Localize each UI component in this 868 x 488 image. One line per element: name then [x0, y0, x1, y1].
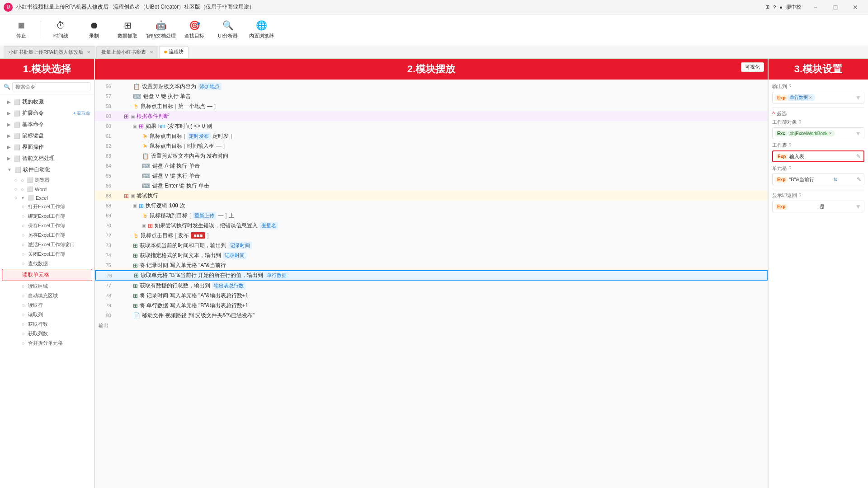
workbook-help-icon[interactable]: ? — [799, 120, 802, 125]
tree-item-activate-excel[interactable]: 激活Excel工作簿窗口 — [0, 240, 94, 249]
code-line-63[interactable]: 63 📋 设置剪贴板文本内容为 发布时间 — [95, 151, 768, 161]
tree-item-ui[interactable]: ▶ ⬜ 界面操作 — [0, 141, 94, 153]
ui-analyzer-button[interactable]: 🔍 UI分析器 — [212, 17, 244, 43]
tree-item-autofill[interactable]: 自动填充区域 — [0, 291, 94, 300]
collapse-button-60[interactable]: ▣ — [131, 114, 135, 119]
tree-item-read-cell[interactable]: 读取单元格 — [2, 269, 92, 281]
code-line-66[interactable]: 66 ⌨ 键盘 Enter 键 执行 单击 — [95, 181, 768, 191]
tree-item-smart-doc[interactable]: ▶ ⬜ 智能文档处理 — [0, 153, 94, 164]
return-help-icon[interactable]: ? — [799, 193, 802, 198]
stop-button[interactable]: ⏹ 停止 — [5, 17, 37, 43]
code-line-57[interactable]: 57 ⌨ 键盘 V 键 执行 单击 — [95, 91, 768, 101]
code-line-60-block[interactable]: 60 ⊞ ▣ 根据条件判断 — [95, 111, 768, 121]
code-line-69[interactable]: 69 🖱 鼠标移动到目标 [ 重新上传 — ] 上 — [95, 211, 768, 221]
code-line-78[interactable]: 78 ⊞ 将 记录时间 写入单元格 "A"&输出表总行数+1 — [95, 291, 768, 300]
cell-edit-icon[interactable]: ✎ — [857, 176, 861, 183]
code-line-68-loop[interactable]: 68 ▣ ⊞ 执行逻辑 100 次 — [95, 201, 768, 211]
tree-item-bind-excel[interactable]: 绑定Excel工作簿 — [0, 211, 94, 221]
return-select[interactable]: Exp 是 ▼ — [772, 201, 864, 212]
tree-item-save-excel[interactable]: 保存Excel工作簿 — [0, 221, 94, 230]
record-label: 录制 — [89, 33, 99, 39]
sheet-row[interactable]: Exp 输入表 ✎ — [772, 150, 864, 162]
browser-button[interactable]: 🌐 内置浏览器 — [245, 17, 277, 43]
keyboard-icon-65: ⌨ — [142, 173, 151, 179]
minimize-button[interactable]: － — [807, 1, 825, 14]
excel-icon-78: ⊞ — [133, 292, 138, 299]
code-line-60-if[interactable]: 60 ▣ ⊞ 如果 len(发布时间) <> 0 则 — [95, 121, 768, 131]
tab-1[interactable]: 批量上传小红书税表 ✕ — [96, 46, 158, 58]
code-line-75[interactable]: 75 ⊞ 将 记录时间 写入单元格 "A"&当前行 — [95, 260, 768, 270]
tree-item-extensions[interactable]: ▶ ⬜ 扩展命令 + 获取命 — [0, 108, 94, 119]
code-line-62[interactable]: 62 🖱 鼠标点击目标 [ 时间输入框 — ] — [95, 141, 768, 151]
tree-item-get-col-count[interactable]: 获取列数 — [0, 329, 94, 338]
tree-item-saveas-excel[interactable]: 另存Excel工作簿 — [0, 230, 94, 240]
required-label-text: ^ 必选 — [772, 110, 864, 117]
get-extension-button[interactable]: + 获取命 — [73, 110, 90, 117]
tree-item-get-row-count[interactable]: 获取行数 — [0, 319, 94, 329]
close-button[interactable]: ✕ — [846, 1, 864, 14]
code-line-64[interactable]: 64 ⌨ 键盘 A 键 执行 单击 — [95, 161, 768, 171]
code-line-79[interactable]: 79 ⊞ 将 单行数据 写入单元格 "B"&输出表总行数+1 — [95, 300, 768, 310]
tree-item-software-auto[interactable]: ▼ ⬜ 软件自动化 — [0, 164, 94, 175]
code-line-73[interactable]: 73 ⊞ 获取本机当前的时间和日期，输出到 记录时间 — [95, 240, 768, 250]
visibility-button[interactable]: 可视化 — [741, 62, 764, 72]
ui-analyzer-label: UI分析器 — [218, 33, 238, 39]
tree-item-find-data[interactable]: 查找数据 — [0, 259, 94, 268]
code-line-72[interactable]: 72 🖱 鼠标点击目标 [ 发布 ■■■ ] — [95, 230, 768, 240]
maximize-button[interactable]: □ — [826, 1, 844, 14]
left-panel: 1.模块选择 🔍 ▶ ⬜ 我的收藏 ▶ ⬜ 扩展命令 + 获取命 ▶ ⬜ 基本命… — [0, 59, 95, 488]
find-target-button[interactable]: 🎯 查找目标 — [179, 17, 210, 43]
code-line-80[interactable]: 80 📄 移动文件 视频路径 到 父级文件夹&"\\已经发布" — [95, 310, 768, 320]
tab-0[interactable]: 小红书批量上传RPA机器人修改后 ✕ — [4, 46, 95, 58]
tree-item-browser[interactable]: ◇ ⬜ 浏览器 — [0, 175, 94, 185]
right-panel-header: 3.模块设置 — [769, 59, 868, 80]
fx-icon[interactable]: fx — [834, 177, 837, 182]
tab-2-dot — [164, 51, 167, 53]
tree-item-read-row[interactable]: 读取行 — [0, 300, 94, 310]
code-line-74[interactable]: 74 ⊞ 获取指定格式的时间文本，输出到 记录时间 — [95, 250, 768, 260]
workbook-chevron-icon[interactable]: ▼ — [855, 130, 861, 137]
tree-item-close-excel[interactable]: 关闭Excel工作簿 — [0, 249, 94, 259]
chevron-down-icon[interactable]: ▼ — [855, 94, 861, 101]
code-line-61[interactable]: 61 🖱 鼠标点击目标 [ 定时发布 定时发 ] — [95, 131, 768, 141]
sheet-edit-icon[interactable]: ✎ — [856, 153, 861, 160]
ai-process-label: 智能文档处理 — [146, 33, 176, 39]
tree-item-basic[interactable]: ▶ ⬜ 基本命令 — [0, 119, 94, 130]
record-button[interactable]: ⏺ 录制 — [78, 17, 110, 43]
output-help-icon[interactable]: ? — [789, 84, 792, 89]
code-line-76[interactable]: 76 ⊞ 读取单元格 "B"&当前行 开始的所在行的值，输出到 单行数据 — [95, 270, 768, 281]
timeline-button[interactable]: ⏱ 时间线 — [45, 17, 76, 43]
collapse-button-loop[interactable]: ▣ — [133, 203, 137, 208]
output-chip-close[interactable]: ✕ — [809, 95, 812, 100]
code-line-68-try[interactable]: 68 ⊞ ▣ 尝试执行 — [95, 191, 768, 201]
tree-item-excel[interactable]: ▼ ⬜ Excel — [0, 193, 94, 202]
ai-process-button[interactable]: 🤖 智能文档处理 — [145, 17, 177, 43]
code-line-58[interactable]: 58 🖱 鼠标点击目标 [ 第一个地点 — ] — [95, 101, 768, 111]
collapse-button-60-if[interactable]: ▣ — [133, 124, 137, 129]
excel-icon-79: ⊞ — [133, 302, 138, 309]
data-fetch-button[interactable]: ⊞ 数据抓取 — [112, 17, 143, 43]
workbook-chip-close[interactable]: ✕ — [829, 131, 832, 136]
code-line-77[interactable]: 77 ⊞ 获取有数据的行总数，输出到 输出表总行数 — [95, 281, 768, 291]
tree-item-word[interactable]: ◇ ⬜ Word — [0, 185, 94, 193]
cell-help-icon[interactable]: ? — [789, 166, 792, 171]
tree-container: ▶ ⬜ 我的收藏 ▶ ⬜ 扩展命令 + 获取命 ▶ ⬜ 基本命令 ▶ ⬜ 鼠标键… — [0, 94, 94, 488]
code-line-56[interactable]: 56 📋 设置剪贴板文本内容为 添加地点 — [95, 81, 768, 91]
divider-1 — [772, 107, 864, 108]
search-input[interactable] — [12, 82, 90, 91]
tree-item-read-col[interactable]: 读取列 — [0, 310, 94, 319]
tab-2[interactable]: 流程块 — [159, 46, 189, 58]
try-icon: ⊞ — [124, 192, 129, 199]
tree-item-favorites[interactable]: ▶ ⬜ 我的收藏 — [0, 96, 94, 108]
tab-1-close[interactable]: ✕ — [150, 50, 153, 55]
collapse-button-70[interactable]: ▣ — [142, 223, 146, 228]
tree-item-mouse-keyboard[interactable]: ▶ ⬜ 鼠标键盘 — [0, 130, 94, 141]
code-line-65[interactable]: 65 ⌨ 键盘 V 键 执行 单击 — [95, 171, 768, 181]
tab-0-close[interactable]: ✕ — [87, 50, 90, 55]
tree-item-merge-cell[interactable]: 合并拆分单元格 — [0, 338, 94, 348]
tree-item-open-excel[interactable]: 打开Excel工作簿 — [0, 202, 94, 211]
sheet-help-icon[interactable]: ? — [789, 143, 792, 148]
tree-item-read-area[interactable]: 读取区域 — [0, 282, 94, 291]
code-line-70[interactable]: 70 ▣ ⊞ 如果尝试执行时发生错误，把错误信息置入 变量名 — [95, 221, 768, 230]
collapse-button-try[interactable]: ▣ — [131, 193, 135, 198]
